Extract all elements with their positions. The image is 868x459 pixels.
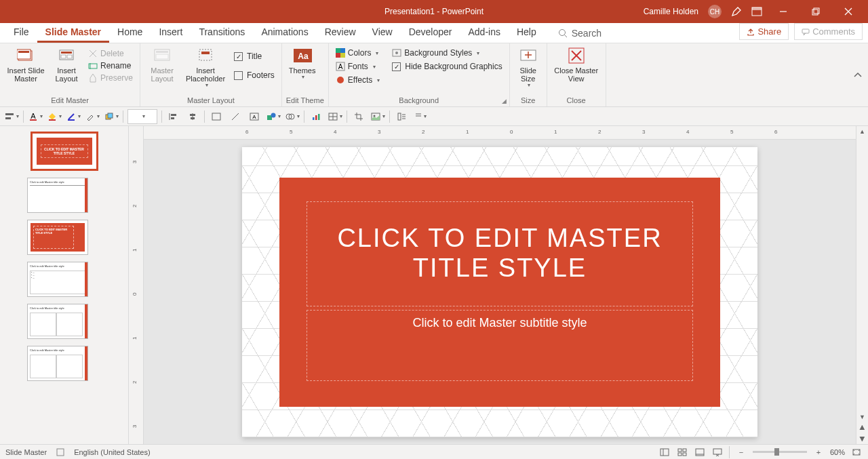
thumbnail-layout-4[interactable]: Click to edit Master title style [27,304,88,339]
rename-button[interactable]: Rename [85,60,136,72]
picture-button[interactable] [370,109,385,124]
tab-animations[interactable]: Animations [253,22,316,43]
prev-slide-button[interactable]: ⯅ [856,422,868,433]
hide-background-checkbox[interactable]: ✓Hide Background Graphics [389,60,505,73]
svg-text:A: A [338,63,342,71]
align-objects-button[interactable] [4,109,19,124]
svg-rect-45 [49,119,56,121]
line-shape-button[interactable] [228,109,243,124]
tab-addins[interactable]: Add-ins [460,22,508,43]
rectangle-shape-button[interactable] [209,109,224,124]
merge-shapes-button[interactable] [285,109,300,124]
svg-rect-80 [678,449,682,452]
accessibility-icon[interactable] [56,448,64,456]
tab-transitions[interactable]: Transitions [191,22,253,43]
zoom-out-button[interactable]: − [735,447,747,458]
subtitle-placeholder[interactable]: Click to edit Master subtitle style [307,310,693,381]
align-center-button[interactable] [185,109,200,124]
zoom-in-button[interactable]: + [812,447,825,458]
collapse-ribbon-button[interactable] [853,72,863,79]
group-size-label: Size [514,95,542,106]
insert-placeholder-button[interactable]: Insert Placeholder [182,45,229,90]
colors-button[interactable]: Colors [333,47,382,59]
svg-line-8 [564,35,567,38]
ribbon-display-icon[interactable] [751,7,762,16]
eyedropper-button[interactable] [85,109,100,124]
tab-slide-master[interactable]: Slide Master [37,22,109,43]
background-styles-button[interactable]: Background Styles [389,47,505,59]
comments-button[interactable]: Comments [794,23,863,40]
thumbnail-layout-1[interactable]: Click to edit Master title style [27,178,88,213]
thumbnail-layout-3[interactable]: Click to edit Master title style • ....•… [27,262,88,297]
table-button[interactable] [328,109,342,124]
insert-layout-button[interactable]: Insert Layout [50,45,83,84]
comments-label: Comments [812,26,855,37]
scroll-up-button[interactable]: ▲ [856,126,868,137]
chart-button[interactable] [309,109,323,124]
font-color-button[interactable]: A [28,109,43,124]
tab-developer[interactable]: Developer [401,22,460,43]
thumbnail-layout-2[interactable]: CLICK TO EDIT MASTER TITLE STYLE [27,220,88,255]
bg-styles-icon [392,48,401,58]
tab-view[interactable]: View [364,22,401,43]
zoom-level[interactable]: 60% [830,448,845,456]
status-language[interactable]: English (United States) [74,448,151,456]
vertical-scrollbar[interactable]: ▲ ▼ ⯅ ⯆ [856,126,868,444]
shape-style-gallery[interactable] [127,109,157,124]
tab-home[interactable]: Home [109,22,151,43]
fit-to-window-button[interactable] [850,447,863,458]
thumbnail-layout-5[interactable]: Click to edit Master title style [27,346,88,381]
insert-slide-master-button[interactable]: Insert Slide Master [4,45,47,84]
zoom-slider[interactable] [753,451,807,453]
title-placeholder[interactable]: Click to edit Master title style [307,201,693,306]
crop-button[interactable] [351,109,366,124]
status-bar: Slide Master English (United States) − +… [0,444,868,459]
effects-button[interactable]: Effects [333,74,382,86]
colors-icon [336,48,345,58]
textbox-button[interactable]: A [247,109,262,124]
status-mode: Slide Master [5,448,47,456]
align-left-button[interactable] [166,109,181,124]
minimize-button[interactable] [772,0,795,23]
fill-color-button[interactable] [47,109,62,124]
thumbnail-master[interactable]: CLICK TO EDIT MASTER TITLE STYLE [31,132,98,171]
close-master-view-button[interactable]: Close Master View [551,45,601,84]
search-label: Search [572,28,601,39]
svg-rect-81 [683,449,686,452]
insert-slide-master-label: Insert Slide Master [7,66,45,83]
tab-insert[interactable]: Insert [151,22,191,43]
background-dialog-launcher[interactable]: ◢ [502,98,507,104]
pen-input-icon[interactable] [731,6,742,17]
view-reading-button[interactable] [694,447,706,458]
slide-size-button[interactable]: Slide Size [514,45,542,90]
arrange-button[interactable] [104,109,119,124]
selection-pane-button[interactable] [394,109,409,124]
restore-button[interactable] [804,0,827,23]
next-slide-button[interactable]: ⯆ [856,433,868,444]
footers-checkbox[interactable]: Footers [231,69,277,81]
tab-review[interactable]: Review [317,22,364,43]
preserve-button: Preserve [85,72,136,84]
scroll-down-button[interactable]: ▼ [856,412,868,422]
group-edit-master: Insert Slide Master Insert Layout Delete… [0,43,140,106]
title-checkbox[interactable]: ✓Title [231,50,277,62]
search-box[interactable]: Search [551,24,608,43]
thumbnail-panel[interactable]: CLICK TO EDIT MASTER TITLE STYLE Click t… [0,126,129,444]
view-normal-button[interactable] [658,447,671,458]
tab-file[interactable]: File [5,22,37,43]
delete-button: Delete [85,47,136,60]
tab-help[interactable]: Help [509,22,545,43]
slide-canvas[interactable]: Click to edit Master title style Click t… [144,140,856,444]
share-button[interactable]: Share [739,23,789,40]
svg-text:A: A [31,112,36,120]
user-avatar[interactable]: CH [708,5,722,18]
outline-color-button[interactable] [66,109,81,124]
slide-master[interactable]: Click to edit Master title style Click t… [242,147,757,437]
themes-button[interactable]: Aa Themes [286,45,319,82]
fonts-button[interactable]: AFonts [333,60,382,73]
shapes-gallery-button[interactable] [266,109,281,124]
close-window-button[interactable] [837,0,860,23]
more-tools-button[interactable] [413,109,428,124]
view-slideshow-button[interactable] [711,447,724,458]
view-sorter-button[interactable] [676,447,688,458]
